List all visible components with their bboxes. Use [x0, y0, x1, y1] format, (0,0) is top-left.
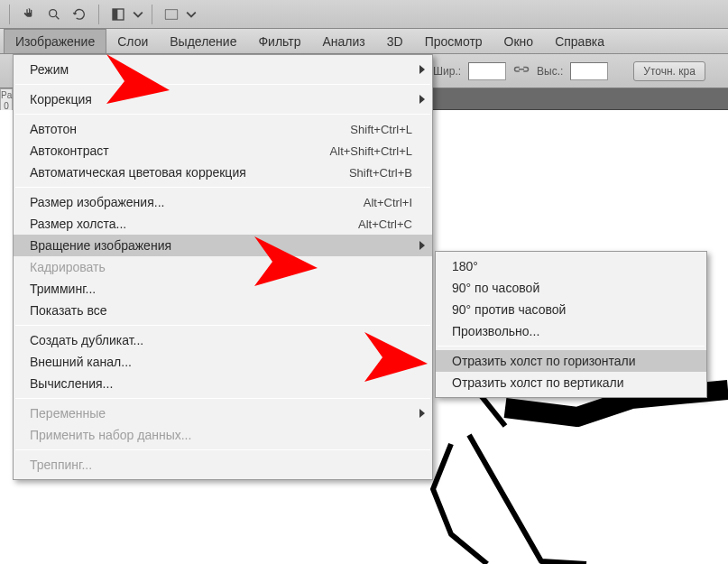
toolbar-separator [9, 5, 10, 24]
menu-item-shortcut: Shift+Ctrl+L [350, 123, 412, 136]
rotate-submenu-item[interactable]: 90° против часовой [436, 299, 706, 320]
menu-item-label: Размер холста... [30, 217, 358, 231]
arrange-chevron[interactable] [185, 4, 198, 25]
menu-separator [15, 449, 430, 450]
rotate-view-button[interactable] [68, 4, 91, 25]
menu-item-label: Размер изображения... [30, 195, 364, 209]
menu-фильтр[interactable]: Фильтр [247, 29, 311, 53]
menu-item-shortcut: Alt+Shift+Ctrl+L [330, 144, 412, 158]
image-menu-item[interactable]: Создать дубликат... [14, 329, 432, 351]
image-menu-item: Треппинг... [14, 454, 432, 476]
hand-tool-button[interactable] [17, 4, 41, 25]
menu-item-label: Треппинг... [30, 458, 412, 472]
menu-item-label: Режим [30, 62, 412, 77]
width-label: Шир.: [433, 65, 461, 78]
zoom-tool-button[interactable] [42, 4, 66, 25]
menu-3d[interactable]: 3D [376, 29, 414, 53]
menu-item-label: Вращение изображения [30, 238, 412, 253]
svg-line-1 [56, 16, 59, 19]
menu-слои[interactable]: Слои [106, 29, 159, 53]
ruler-corner: Pa 0 [0, 88, 13, 112]
image-menu-item: Применить набор данных... [14, 424, 432, 446]
image-menu-item[interactable]: Размер холста...Alt+Ctrl+C [14, 213, 432, 235]
menu-item-label: Применить набор данных... [30, 428, 412, 442]
submenu-arrow-icon [419, 95, 425, 104]
submenu-arrow-icon [419, 65, 425, 74]
arrange-icon [164, 7, 179, 22]
svg-point-0 [50, 9, 57, 16]
menu-item-label: Тримминг... [30, 282, 412, 296]
image-menu-item[interactable]: Показать все [14, 300, 432, 321]
menu-item-label: Автоконтраст [30, 143, 330, 158]
menu-item-label: Отразить холст по вертикали [452, 375, 687, 390]
app-toolbar [0, 0, 728, 29]
image-menu-item[interactable]: Тримминг... [14, 278, 432, 300]
menu-item-label: 180° [452, 259, 687, 273]
image-menu-item[interactable]: Вращение изображения [14, 235, 432, 256]
image-menu-dropdown: РежимКоррекцияАвтотонShift+Ctrl+LАвтокон… [13, 54, 433, 480]
screen-mode-button[interactable] [106, 4, 130, 25]
menu-item-label: 90° по часовой [452, 281, 687, 295]
image-menu-item[interactable]: Внешний канал... [14, 351, 432, 373]
width-field[interactable] [468, 62, 506, 80]
menu-item-label: 90° против часовой [452, 302, 687, 317]
refine-edge-label: Уточн. кра [643, 65, 696, 78]
menu-separator [15, 84, 430, 85]
rotate-submenu-dropdown: 180°90° по часовой90° против часовойПрои… [435, 251, 707, 398]
rotate-submenu-item[interactable]: Отразить холст по горизонтали [436, 350, 706, 372]
image-menu-item[interactable]: Автоматическая цветовая коррекцияShift+C… [14, 162, 432, 183]
chevron-down-icon [133, 7, 143, 22]
rotate-submenu-item[interactable]: Отразить холст по вертикали [436, 372, 706, 393]
menu-item-label: Автоматическая цветовая коррекция [30, 165, 349, 180]
image-menu-item[interactable]: Вычисления... [14, 373, 432, 394]
menu-item-shortcut: Alt+Ctrl+C [358, 217, 412, 231]
image-menu-item: Переменные [14, 402, 432, 424]
menu-item-label: Кадрировать [30, 260, 412, 274]
submenu-arrow-icon [419, 409, 425, 418]
menu-item-label: Переменные [30, 406, 412, 421]
image-menu-item[interactable]: АвтотонShift+Ctrl+L [14, 118, 432, 140]
menu-справка[interactable]: Справка [544, 29, 615, 53]
menu-выделение[interactable]: Выделение [159, 29, 247, 53]
toolbar-separator [152, 5, 152, 24]
menu-анализ[interactable]: Анализ [311, 29, 375, 53]
image-menu-item[interactable]: Размер изображения...Alt+Ctrl+I [14, 191, 432, 213]
screen-mode-icon [111, 7, 125, 22]
menu-separator [438, 346, 705, 347]
refine-edge-button[interactable]: Уточн. кра [633, 61, 705, 81]
hand-icon [22, 7, 36, 22]
menubar: ИзображениеСлоиВыделениеФильтрАнализ3DПр… [0, 29, 728, 54]
menu-изображение[interactable]: Изображение [4, 29, 106, 53]
rotate-submenu-item[interactable]: 180° [436, 255, 706, 277]
toolbar-separator [98, 5, 99, 24]
arrange-docs-button[interactable] [160, 4, 183, 25]
zoom-icon [47, 7, 61, 22]
menu-item-label: Произвольно... [452, 324, 687, 338]
svg-rect-4 [165, 9, 177, 19]
rotate-submenu-item[interactable]: 90° по часовой [436, 277, 706, 299]
menu-separator [15, 325, 430, 326]
menu-item-label: Автотон [30, 122, 350, 136]
menu-item-label: Внешний канал... [30, 355, 412, 369]
image-menu-item[interactable]: Режим [14, 59, 432, 80]
menu-separator [15, 114, 430, 115]
menu-item-label: Отразить холст по горизонтали [452, 354, 687, 368]
menu-item-shortcut: Alt+Ctrl+I [364, 196, 412, 209]
svg-rect-3 [113, 9, 117, 20]
image-menu-item[interactable]: АвтоконтрастAlt+Shift+Ctrl+L [14, 140, 432, 162]
screen-mode-chevron[interactable] [132, 4, 144, 25]
image-menu-item[interactable]: Коррекция [14, 88, 432, 110]
image-menu-item: Кадрировать [14, 256, 432, 278]
menu-separator [15, 187, 430, 188]
height-label: Выс.: [537, 65, 563, 78]
menu-item-label: Создать дубликат... [30, 333, 412, 347]
menu-item-label: Коррекция [30, 92, 412, 106]
menu-просмотр[interactable]: Просмотр [414, 29, 493, 53]
menu-separator [15, 398, 430, 399]
link-icon[interactable] [513, 63, 530, 79]
menu-item-shortcut: Shift+Ctrl+B [349, 166, 412, 180]
menu-окно[interactable]: Окно [493, 29, 545, 53]
menu-item-label: Показать все [30, 303, 412, 318]
rotate-submenu-item[interactable]: Произвольно... [436, 320, 706, 342]
height-field[interactable] [570, 62, 608, 80]
